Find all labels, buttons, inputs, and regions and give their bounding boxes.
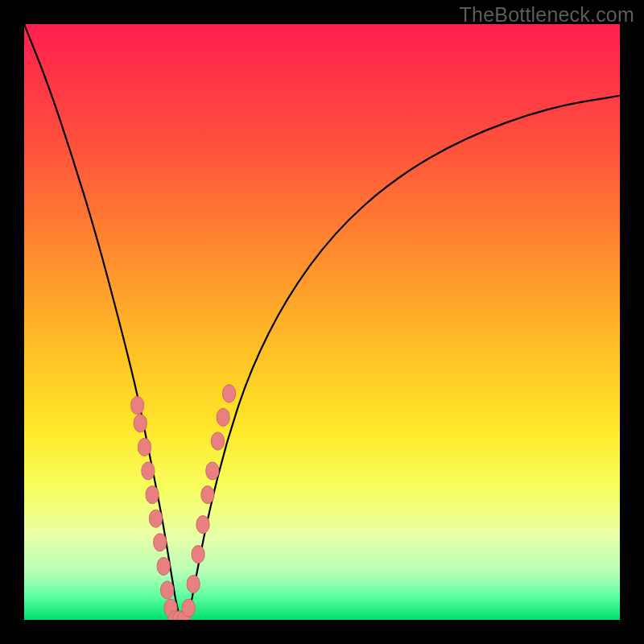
bead-point xyxy=(187,576,200,593)
bead-point xyxy=(161,581,174,599)
bead-point xyxy=(196,516,209,534)
chart-frame: TheBottleneck.com xyxy=(0,0,644,644)
bead-point xyxy=(134,415,147,432)
bead-point xyxy=(182,599,195,617)
bead-point xyxy=(142,462,155,480)
bead-point xyxy=(146,486,159,504)
bead-point xyxy=(192,546,204,564)
bead-point xyxy=(150,510,163,527)
bead-point xyxy=(154,534,167,551)
bead-point xyxy=(138,438,151,456)
bead-point xyxy=(157,557,170,575)
plot-area xyxy=(24,24,620,620)
bead-point xyxy=(217,408,229,426)
bottleneck-curve xyxy=(24,24,620,620)
chart-overlay xyxy=(24,24,620,620)
watermark-label: TheBottleneck.com xyxy=(460,3,634,27)
bead-point xyxy=(201,486,214,504)
bead-point xyxy=(212,432,225,450)
bead-group xyxy=(131,385,236,620)
bead-point xyxy=(223,385,236,402)
bead-point xyxy=(131,397,144,415)
bead-point xyxy=(206,462,219,480)
